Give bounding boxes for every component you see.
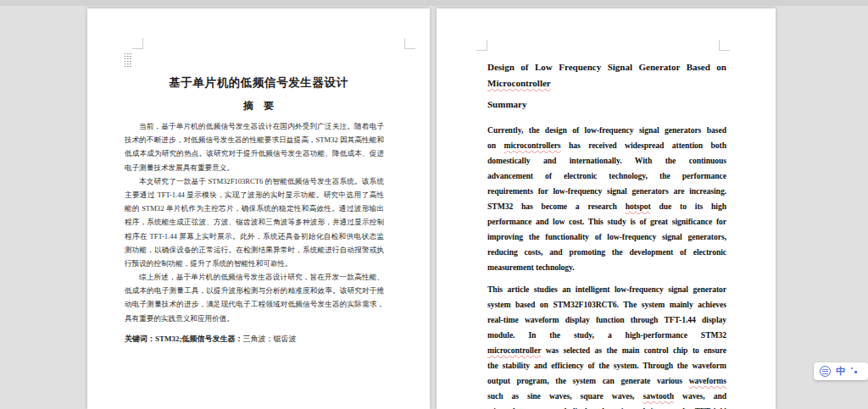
text-line: 当前，基于单片机的低频信号发生器设计在国内外受到广泛关注。随着电子 — [125, 119, 384, 133]
text-line: 本文研究了一款基于 STM32F103RCT6 的智能低频信号发生器系统。该系统 — [125, 174, 384, 188]
doc-title-zh: 基于单片机的低频信号发生器设计 — [87, 75, 430, 91]
text-line: 动电子测量技术的进步，满足现代电子工程领域对低频信号发生器的实际需求， — [125, 297, 384, 311]
text-line: 综上所述，基于单片机的低频信号发生器设计研究，旨在开发一款高性能、 — [125, 270, 384, 284]
text-line: 行预设的控制功能，提升了系统的智能性和可靠性。 — [125, 257, 384, 270]
text-line: system based on STM32F103RCT6. The syste… — [487, 297, 726, 312]
text-line: 具有重要的实践意义和应用价值。 — [125, 312, 384, 325]
page-left: 基于单片机的低频信号发生器设计 摘 要 当前，基于单片机的低频信号发生器设计在国… — [87, 8, 430, 409]
text-line: 程序，系统能生成正弦波、方波、锯齿波和三角波等多种波形，并通过显示控制 — [125, 215, 384, 229]
paragraph: 当前，基于单片机的低频信号发生器设计在国内外受到广泛关注。随着电子技术的不断进步… — [125, 119, 384, 174]
block-drag-handle-icon[interactable] — [124, 53, 132, 67]
text-line: 程序在 TFT-1.44 屏幕上实时展示。此外，系统还具备初始化自检和供电状态监 — [125, 229, 384, 243]
text-line: 测功能，以确保设备的正常运行。在检测结果异常时，系统能进行自动报警或执 — [125, 243, 384, 257]
text-line: triangular waves, and display them in re… — [487, 404, 726, 409]
text-line: This article studies an intelligent low-… — [487, 282, 726, 297]
text-line: 低成本成为研究的热点。该研究对于提升低频信号发生器功能、降低成本、促进 — [125, 146, 384, 160]
translate-widget[interactable]: 中 — [814, 362, 868, 380]
text-line: the stability and efficiency of the syst… — [487, 358, 726, 373]
paragraph: 综上所述，基于单片机的低频信号发生器设计研究，旨在开发一款高性能、低成本的电子测… — [125, 270, 384, 325]
window-top-edge — [0, 0, 868, 6]
keywords-values: 三角波；锯齿波 — [243, 334, 297, 343]
paragraph: Currently, the design of low-frequency s… — [487, 123, 726, 275]
text-line: 电子测量技术发展具有重要意义。 — [125, 161, 384, 174]
text-line: performance and low cost. This study is … — [487, 214, 726, 229]
text-line: requirements for low-frequency signal ge… — [487, 184, 726, 199]
language-zh-label[interactable]: 中 — [836, 367, 846, 377]
page-right: Design of Low Frequency Signal Generator… — [437, 8, 776, 409]
paragraph: 本文研究了一款基于 STM32F103RCT6 的智能低频信号发生器系统。该系统… — [125, 174, 384, 270]
text-line: output program, the system can generate … — [487, 373, 726, 389]
text-line: STM32 has become a research hotspot due … — [487, 199, 726, 214]
keywords-line: 关键词：STM32;低频信号发生器：三角波；锯齿波 — [125, 334, 384, 345]
text-line: real-time waveform display function thro… — [487, 312, 726, 328]
text-line: 低成本的电子测量工具，以提升波形检测与分析的精准度和效率。该研究对于推 — [125, 284, 384, 297]
text-line: such as sine waves, square waves, sawtoo… — [487, 389, 726, 404]
text-line: Microcontroller — [487, 75, 726, 91]
text-line: on microcontrollers has received widespr… — [487, 138, 726, 153]
abstract-body-zh: 当前，基于单片机的低频信号发生器设计在国内外受到广泛关注。随着电子技术的不断进步… — [125, 119, 384, 325]
text-line: Design of Low Frequency Signal Generator… — [487, 59, 726, 75]
text-line: microcontroller was selected as the main… — [487, 343, 726, 358]
text-line: advancement of electronic technology, th… — [487, 169, 726, 184]
widget-handle-icon[interactable] — [851, 367, 859, 376]
text-line: 主要通过 TFT-1.44 显示模块，实现了波形的实时显示功能。研究中选用了高性 — [125, 188, 384, 202]
text-line: 技术的不断进步，对低频信号发生器的性能要求日益提高，STM32 因其高性能和 — [125, 133, 384, 146]
doc-title-en: Design of Low Frequency Signal Generator… — [487, 59, 726, 91]
margin-corner-mark — [132, 38, 143, 49]
summary-heading: Summary — [487, 99, 726, 109]
text-line: reducing costs, and promoting the develo… — [487, 245, 726, 260]
abstract-heading: 摘 要 — [87, 99, 430, 113]
translate-logo-icon[interactable] — [820, 366, 831, 377]
paragraph: This article studies an intelligent low-… — [487, 282, 726, 409]
keywords-label: 关键词：STM32;低频信号发生器： — [125, 334, 243, 343]
document-canvas: 基于单片机的低频信号发生器设计 摘 要 当前，基于单片机的低频信号发生器设计在国… — [0, 0, 868, 409]
text-line: 能的 STM32 单片机作为主控芯片，确保系统的稳定性和高效性。通过波形输出 — [125, 202, 384, 215]
margin-corner-mark — [719, 40, 730, 51]
margin-corner-mark — [404, 38, 415, 49]
text-line: Currently, the design of low-frequency s… — [487, 123, 726, 138]
text-line: measurement technology. — [487, 260, 726, 275]
text-line: domestically and internationally. With t… — [487, 153, 726, 169]
margin-corner-mark — [476, 40, 487, 51]
text-line: module. In the study, a high-performance… — [487, 328, 726, 343]
text-line: improving the functionality of low-frequ… — [487, 229, 726, 245]
